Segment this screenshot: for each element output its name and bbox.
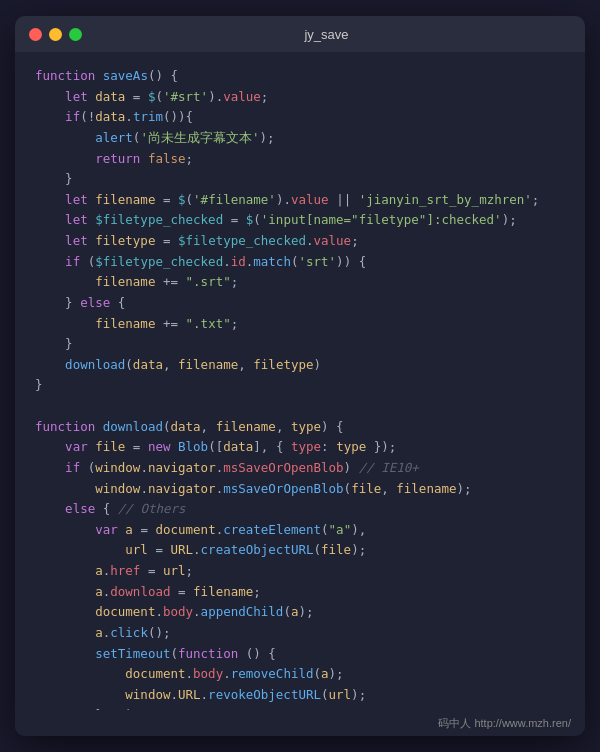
code-content: function saveAs() { let data = $('#srt')… bbox=[15, 52, 585, 710]
window-title: jy_save bbox=[82, 27, 571, 42]
footer-text: 码中人 http://www.mzh.ren/ bbox=[438, 716, 571, 731]
code-block: function saveAs() { let data = $('#srt')… bbox=[35, 66, 565, 710]
maximize-button[interactable] bbox=[69, 28, 82, 41]
traffic-lights bbox=[29, 28, 82, 41]
footer: 码中人 http://www.mzh.ren/ bbox=[15, 710, 585, 736]
close-button[interactable] bbox=[29, 28, 42, 41]
titlebar: jy_save bbox=[15, 16, 585, 52]
code-window: jy_save function saveAs() { let data = $… bbox=[15, 16, 585, 736]
minimize-button[interactable] bbox=[49, 28, 62, 41]
